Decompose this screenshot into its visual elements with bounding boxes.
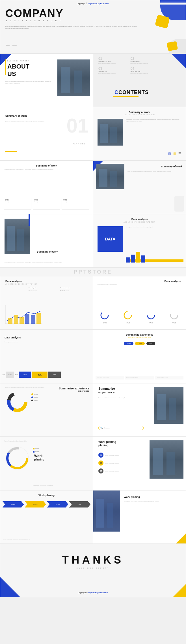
btn-sync[interactable]: Sync bbox=[146, 342, 155, 345]
slide-row-9: Lorem ipsum dolor sit amet consectetur W… bbox=[0, 437, 186, 490]
svg-rect-3 bbox=[141, 255, 145, 263]
wp-circle-1: 01 Lorem ipsum dolor sit amet bbox=[98, 453, 119, 458]
slide-11-data-chart: Data analysis ADD LINES OF BUSINESS TYPE… bbox=[0, 276, 93, 330]
pct-label-30: 30% bbox=[15, 374, 18, 376]
work-title-big: Work bbox=[34, 454, 44, 458]
wp-dot-2 bbox=[33, 451, 34, 453]
wp-desc-18: Lorem ipsum dolor sit amet consectetur a… bbox=[124, 500, 183, 502]
btn-lorem-2[interactable]: Lorem bbox=[135, 342, 145, 345]
circle-item-3: NAME bbox=[146, 310, 156, 324]
wp-desc-right: Lorem ipsum dolor sit amet consectetur bbox=[33, 485, 90, 487]
copyright-url: http//www.pptstore.net bbox=[88, 3, 109, 5]
slide-10-data-circles: Data analysis Lorem ipsum dolor sit amet… bbox=[93, 276, 186, 330]
search-bar-15[interactable]: 🔍 Search... bbox=[98, 426, 144, 430]
slide-5-summary-photo: Summary of work ADD LINES OF BUSINESS TY… bbox=[93, 107, 186, 161]
data-label-9: DATA bbox=[105, 237, 116, 241]
wp-labels: NAME NAME bbox=[33, 448, 39, 453]
slide-9-data-analysis: Data analysis ADD LINES OF BUSINESS TYPE… bbox=[93, 214, 186, 268]
summary-desc-7: Lorem ipsum dolor sit amet consectetur a… bbox=[127, 171, 183, 172]
slide-1-cover: Copyright © http//www.pptstore.net COMPA… bbox=[0, 0, 186, 54]
q3: The third quarter bbox=[29, 290, 59, 292]
yellow-shape-7 bbox=[174, 196, 184, 212]
svg-point-14 bbox=[147, 312, 155, 319]
data-title-11: Data analysis bbox=[5, 280, 22, 283]
svg-rect-7 bbox=[14, 315, 18, 324]
svg-rect-10 bbox=[31, 315, 35, 324]
label-name-2: NAME bbox=[31, 396, 90, 398]
line-chart-11 bbox=[5, 305, 42, 325]
wp-text-2: Lorem ipsum dolor sit amet bbox=[105, 462, 119, 464]
contents-label-4: Work planing bbox=[131, 71, 161, 72]
svg-rect-1 bbox=[131, 255, 135, 263]
thanks-sub: BUSINESS REPORT bbox=[0, 567, 186, 569]
slide-2-about-us: BUSINESS REPORT ABOUT US Lorem ipsum dol… bbox=[0, 54, 93, 107]
summary-title-6: Summary of work bbox=[0, 164, 93, 167]
circle-item-2: NAME bbox=[123, 310, 133, 324]
wp-text-3: Lorem ipsum dolor sit amet bbox=[105, 470, 119, 472]
blue-overlay-18 bbox=[93, 491, 120, 532]
dot-dark bbox=[31, 400, 33, 401]
circle-item-4: NAME bbox=[169, 310, 179, 324]
contents-num-1: 01 bbox=[98, 57, 128, 61]
card-title-2: NAME bbox=[34, 199, 59, 201]
wp-text-1: Lorem ipsum dolor sit amet bbox=[105, 455, 119, 456]
card-2: NAME Lorem ipsum bbox=[33, 198, 60, 210]
circle-label-3: NAME bbox=[146, 322, 156, 324]
thanks-copyright-url: http//www.pptstore.net bbox=[88, 592, 108, 594]
slide-row-10: Work planing Lorem Lorem Lorem Sync Lore… bbox=[0, 490, 186, 544]
contents-desc-1: Lorem ipsum dolor sit amet consectetur bbox=[98, 63, 128, 64]
arrow-blue-1: Lorem bbox=[3, 501, 24, 507]
yellow-accent-4 bbox=[5, 151, 17, 152]
circles-row-10: NAME NAME NAME NAME bbox=[93, 310, 186, 324]
summarize-title-13: Summarize experience bbox=[93, 333, 186, 336]
wp-dot-1 bbox=[33, 448, 34, 449]
slide-row-2: BUSINESS REPORT ABOUT US Lorem ipsum dol… bbox=[0, 54, 186, 107]
slide-8-summary-photo-left: Summary of work Lorem ipsum dolor sit am… bbox=[0, 214, 93, 268]
summary-photo-7 bbox=[96, 164, 124, 189]
svg-rect-2 bbox=[136, 252, 140, 263]
building-photo-about bbox=[57, 59, 90, 96]
summarize-desc-14: Lorem ipsum dolor sit amet consectetur a… bbox=[5, 387, 59, 389]
donut-labels-14: NAME NAME NAME bbox=[31, 393, 90, 401]
btn-lorem-1[interactable]: Lorem bbox=[124, 342, 133, 345]
dot-yellow bbox=[31, 393, 33, 395]
building-photo-15 bbox=[154, 387, 183, 424]
card-title-3: NAME bbox=[63, 199, 88, 201]
pct-bar-10: 10% bbox=[6, 372, 14, 378]
summary-title-4: Summary of work bbox=[5, 114, 27, 117]
circle-svg-4 bbox=[169, 310, 179, 320]
contents-label-3: Summarize bbox=[98, 71, 128, 72]
svg-point-12 bbox=[101, 312, 108, 319]
summary-subtitle-5: ADD LINES OF BUSINESS TYPE TEXT bbox=[93, 114, 186, 116]
q2: The second quarter bbox=[60, 287, 91, 289]
slide-row-8: Lorem ipsum dolor sit amet consectetur a… bbox=[0, 383, 186, 437]
slide-row-5: Summary of work Lorem ipsum dolor sit am… bbox=[0, 214, 186, 268]
contents-title: CCONTENTS bbox=[114, 89, 149, 95]
data-desc-10: Lorem ipsum dolor sit amet consectetur bbox=[98, 283, 181, 285]
dot-blue bbox=[31, 396, 33, 398]
contents-grid-inner: 01 Summary of work Lorem ipsum dolor sit… bbox=[98, 57, 160, 74]
wp-circles-col: 01 Lorem ipsum dolor sit amet 02 Lorem i… bbox=[98, 453, 119, 474]
circle-label-1: NAME bbox=[100, 322, 110, 324]
summary-title-7: Summary of work bbox=[161, 165, 182, 168]
slide-19-work-circles: Work planing planing 01 Lorem ipsum dolo… bbox=[93, 437, 186, 490]
data-subtitle-11: ADD LINES OF BUSINESS TYPE TEXT bbox=[5, 283, 37, 285]
data-title-9: Data analysis bbox=[93, 218, 186, 221]
slide-row-3: Summary of work 01 PART ONE Lorem ipsum … bbox=[0, 107, 186, 161]
circle-label-2: NAME bbox=[123, 322, 133, 324]
slide-7-summary-photo-right: Summary of work Lorem ipsum dolor sit am… bbox=[93, 161, 186, 214]
card-desc-2: Lorem ipsum bbox=[34, 201, 59, 202]
wp-label-2: NAME bbox=[33, 451, 39, 453]
quarters-grid: The first quarter The second quarter The… bbox=[29, 287, 90, 292]
wp-circle-3: 03 Lorem ipsum dolor sit amet bbox=[98, 468, 119, 474]
slide-15-summarize-search: Summarize experience Lorem ipsum dolor s… bbox=[93, 383, 186, 437]
circle-item-1: NAME bbox=[100, 310, 110, 324]
contents-desc-3: Lorem ipsum dolor sit amet consectetur bbox=[98, 73, 128, 74]
building-photo-19 bbox=[150, 440, 183, 479]
summarize-t1: Summarize bbox=[98, 387, 115, 391]
wp-title-17: Work planing bbox=[0, 494, 93, 497]
wp-num-1: 01 bbox=[98, 453, 103, 458]
contents-num-2: 02 bbox=[131, 57, 161, 61]
contents-item-3: 03 Summarize Lorem ipsum dolor sit amet … bbox=[98, 67, 128, 74]
btn-row-13: Lorem Lorem Sync bbox=[93, 342, 186, 345]
